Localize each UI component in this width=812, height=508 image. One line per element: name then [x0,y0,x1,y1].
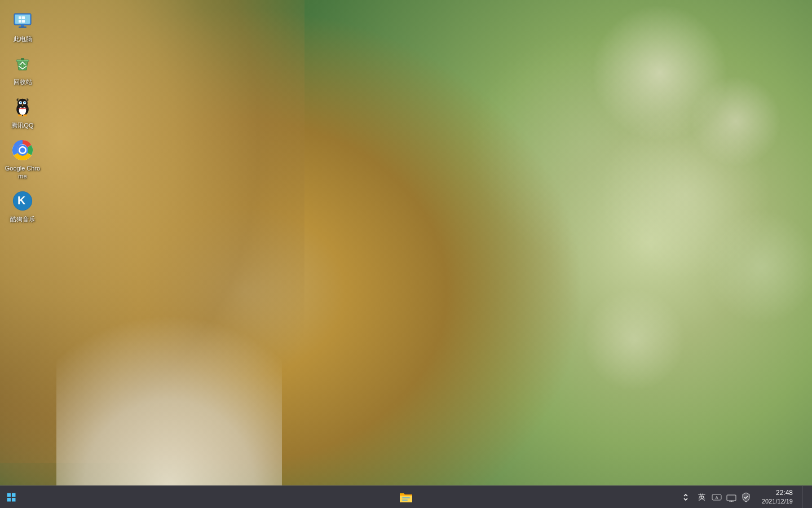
windows-logo-icon [7,493,16,502]
tray-language-icon[interactable]: 英 [695,491,709,504]
kuwo-svg: K [12,191,33,211]
system-clock[interactable]: 22:48 2021/12/19 [757,488,797,507]
taskbar-file-explorer[interactable] [394,486,418,509]
desktop-icon-google-chrome[interactable]: Google Chrome [2,135,43,184]
start-button[interactable] [0,486,23,509]
desktop-icon-kuwo-music[interactable]: K 酷狗音乐 [2,186,43,226]
tray-overflow-button[interactable] [681,492,691,503]
chrome-icon-image [11,138,34,162]
bokeh-overlay [304,0,812,485]
network-icon-svg [726,493,736,502]
recycle-bin-icon-image [11,52,34,76]
kuwo-label: 酷狗音乐 [10,215,35,223]
tray-overflow-icon [683,494,689,501]
svg-rect-33 [7,498,11,502]
svg-rect-9 [21,58,24,60]
ime-icon-svg: A [712,493,722,502]
desktop-icon-my-computer[interactable]: 此电脑 [2,6,43,46]
taskbar-left [0,486,23,509]
my-computer-icon-image [11,9,34,33]
svg-rect-35 [402,497,410,498]
svg-text:A: A [716,496,718,500]
svg-rect-7 [19,27,27,28]
svg-point-23 [23,114,27,116]
svg-rect-32 [12,493,16,497]
svg-text:K: K [17,195,26,207]
clock-date: 2021/12/19 [762,497,793,505]
kuwo-icon-image: K [11,189,34,213]
chrome-svg [12,139,33,161]
tray-security-icon[interactable] [739,491,753,504]
svg-rect-34 [12,498,16,502]
desktop-icons-container: 此电脑 [0,0,45,227]
qq-svg [12,97,33,117]
svg-point-27 [20,147,25,152]
file-explorer-icon [399,491,413,503]
svg-point-22 [18,114,22,116]
svg-rect-3 [22,16,25,19]
qq-label: 腾讯QQ [11,121,33,129]
taskbar: 英 A [0,485,812,508]
language-label: 英 [698,492,705,502]
taskbar-center [394,486,418,509]
svg-rect-31 [7,493,11,497]
svg-rect-4 [19,20,21,23]
security-icon-svg [742,492,751,502]
show-desktop-button[interactable] [802,486,805,509]
person-overlay [56,226,282,485]
recycle-bin-label: 回收站 [14,78,32,86]
svg-rect-36 [402,500,408,501]
svg-point-21 [25,102,25,103]
desktop-icon-recycle-bin[interactable]: 回收站 [2,49,43,89]
svg-rect-2 [19,16,21,19]
desktop: 此电脑 [0,0,812,485]
recycle-bin-svg [14,55,31,72]
desktop-icon-tencent-qq[interactable]: 腾讯QQ [2,92,43,133]
tray-network-icon[interactable] [725,491,738,504]
svg-rect-39 [727,495,736,501]
taskbar-right: 英 A [681,486,812,509]
my-computer-label: 此电脑 [14,35,32,43]
tray-ime-icon[interactable]: A [710,491,723,504]
qq-icon-image [11,95,34,119]
tray-icons-container: 英 A [695,491,753,504]
clock-time: 22:48 [776,489,793,498]
chrome-label: Google Chrome [5,164,41,181]
computer-svg [14,13,32,29]
svg-point-20 [21,102,21,103]
svg-rect-5 [22,20,25,23]
svg-point-15 [17,98,28,107]
